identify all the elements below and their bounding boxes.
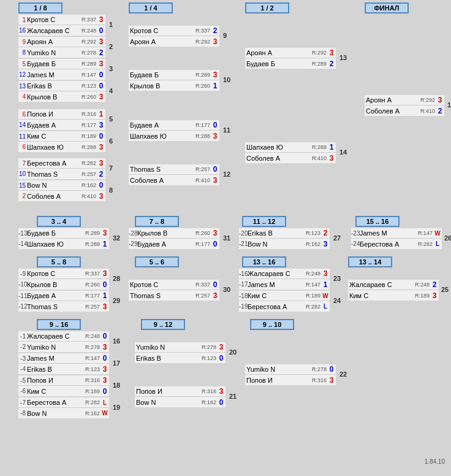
match-num-22: 22 <box>339 370 347 378</box>
match-15: Ароян А R:292 3 Соболев А R:410 2 <box>365 95 444 116</box>
match-13: Ароян А R:292 3 Будаев Б R:289 2 <box>245 48 336 69</box>
match-num-20: 20 <box>229 348 237 356</box>
version-label: 1.84.10 <box>425 458 445 465</box>
header-r1: 1 / 8 <box>18 2 63 13</box>
match-num-2: 2 <box>109 43 113 50</box>
match-num-13: 13 <box>339 54 347 61</box>
match-num-9: 9 <box>223 32 227 39</box>
match-num-11: 11 <box>223 126 230 134</box>
match-8: 15 Bow N R:162 0 2 Соболев А R:410 3 <box>18 180 105 201</box>
match-10: Будаев Б R:289 3 Крылов В R:260 1 <box>129 70 219 91</box>
match-16: -1 Жалсараев С R:248 0 -2 Yumiko N R:278… <box>18 331 109 352</box>
match-18: -5 Попов И R:316 3 -6 Ким С R:189 0 <box>18 375 109 396</box>
match-num-17: 17 <box>113 359 120 367</box>
match-17: -3 James M R:147 0 -4 Erikas B R:123 3 <box>18 353 109 374</box>
header-p1112: 11 .. 12 <box>242 216 286 227</box>
header-p56: 5 .. 6 <box>135 256 179 267</box>
match-5: 6 Попов И R:316 1 14 Будаев А R:177 3 <box>18 109 105 130</box>
match-num-8: 8 <box>109 186 113 194</box>
match-num-6: 6 <box>109 137 113 145</box>
match-num-15: 15 <box>447 101 451 109</box>
match-31: -28 Крылов В R:260 3 -29 Будаев А R:177 … <box>129 228 219 249</box>
match-23: -16 Жалсараев С R:248 3 -17 James M R:14… <box>239 269 330 290</box>
header-final: ФИНАЛ <box>365 2 409 13</box>
match-24: -18 Ким С R:189 W -19 Берестова А R:282 … <box>239 291 330 312</box>
match-11: Будаев А R:177 0 Шапхаев Ю R:288 3 <box>129 120 219 141</box>
match-1: 1 Кротов С R:337 3 16 Жалсараев С R:248 … <box>18 15 105 36</box>
match-num-24: 24 <box>333 297 341 304</box>
match-32: -13 Будаев Б R:289 3 -14 Шапхаев Ю R:288… <box>18 228 109 249</box>
match-num-31: 31 <box>223 234 230 242</box>
match-14: Шапхаев Ю R:288 1 Соболев А R:410 3 <box>245 142 336 163</box>
match-num-12: 12 <box>223 171 230 178</box>
match-num-19: 19 <box>113 404 120 411</box>
match-num-4: 4 <box>109 87 113 94</box>
match-30: Кротов С R:337 0 Thomas S R:257 3 <box>129 280 219 301</box>
header-p912: 9 .. 12 <box>141 319 185 330</box>
header-p78: 7 .. 8 <box>135 216 179 227</box>
match-num-16: 16 <box>113 337 120 345</box>
match-9: Кротов С R:337 2 Ароян А R:292 3 <box>129 26 219 47</box>
match-22: Yumiko N R:278 0 Попов И R:316 3 <box>245 364 336 385</box>
match-3: 5 Будаев Б R:289 3 12 James M R:147 0 <box>18 59 105 80</box>
bracket-container: 1 / 8 1 / 4 1 / 2 ФИНАЛ 1 Кротов С R:337… <box>0 0 447 466</box>
header-p916: 9 .. 16 <box>37 319 81 330</box>
match-21: Попов И R:316 3 Bow N R:162 0 <box>135 386 226 407</box>
match-num-3: 3 <box>109 65 113 72</box>
match-20: Yumiko N R:278 3 Erikas B R:123 0 <box>135 342 226 363</box>
header-r3: 1 / 2 <box>245 2 289 13</box>
header-p58: 5 .. 8 <box>37 256 81 267</box>
header-r2: 1 / 4 <box>129 2 173 13</box>
match-6: 11 Ким С R:189 0 6 Шапхаев Ю R:288 3 <box>18 131 105 152</box>
match-num-25: 25 <box>441 286 449 293</box>
match-2: 9 Ароян А R:292 3 8 Yumiko N R:278 2 <box>18 37 105 58</box>
match-num-21: 21 <box>229 393 237 400</box>
match-num-30: 30 <box>223 286 230 293</box>
match-num-27: 27 <box>333 234 341 242</box>
match-num-1: 1 <box>109 21 113 28</box>
match-25: Жалсараев С R:248 2 Ким С R:189 3 <box>348 280 439 301</box>
match-num-28: 28 <box>113 275 120 282</box>
match-26: -23 James M R:147 W -24 Берестова А R:28… <box>351 228 442 249</box>
header-p910: 9 .. 10 <box>250 319 294 330</box>
match-num-32: 32 <box>113 234 120 242</box>
match-28: -9 Кротов С R:337 3 -10 Крылов В R:260 0 <box>18 269 109 290</box>
match-7: 7 Берестова А R:282 3 10 Thomas S R:257 … <box>18 158 105 179</box>
header-p1316: 13 .. 16 <box>242 256 286 267</box>
match-19: -7 Берестова А R:282 L -8 Bow N R:162 W <box>18 397 109 418</box>
match-27: -20 Erikas B R:123 2 -21 Bow N R:162 3 <box>239 228 330 249</box>
match-num-18: 18 <box>113 382 120 389</box>
match-12: Thomas S R:257 0 Соболев А R:410 3 <box>129 164 219 185</box>
match-num-10: 10 <box>223 76 230 83</box>
match-num-14: 14 <box>339 148 347 156</box>
match-num-7: 7 <box>109 164 113 172</box>
header-p1314: 13 .. 14 <box>348 256 392 267</box>
match-29: -11 Будаев А R:177 1 -12 Thomas S R:257 … <box>18 291 109 312</box>
match-num-29: 29 <box>113 297 120 304</box>
header-p1516: 15 .. 16 <box>355 216 400 227</box>
match-num-5: 5 <box>109 115 113 123</box>
header-p34: 3 .. 4 <box>37 216 81 227</box>
match-num-26: 26 <box>444 234 451 242</box>
match-4: 13 Erikas B R:123 0 4 Крылов В R:260 3 <box>18 81 105 102</box>
match-num-23: 23 <box>333 275 341 282</box>
